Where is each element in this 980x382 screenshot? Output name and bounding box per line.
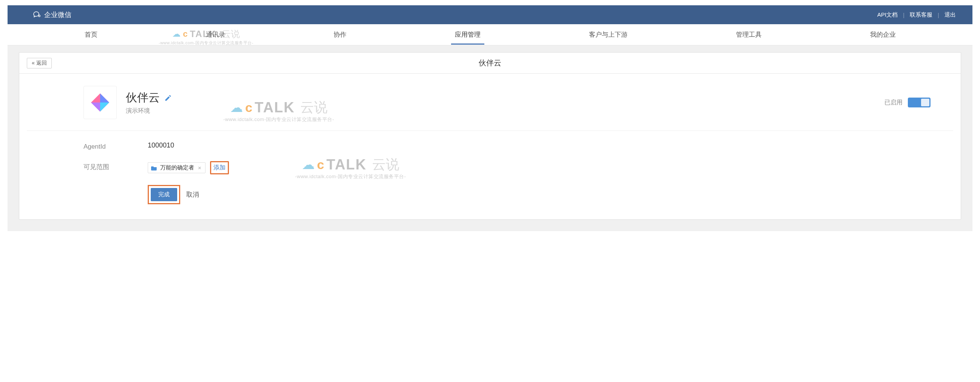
remove-tag-icon[interactable]: × <box>197 165 202 171</box>
brand-name: 企业微信 <box>44 10 72 19</box>
app-name: 伙伴云 <box>126 90 160 105</box>
done-highlight: 完成 <box>148 185 180 204</box>
wecom-logo-icon <box>32 10 41 19</box>
app-subtitle: 演示环境 <box>126 107 172 115</box>
form-actions: 完成 取消 <box>19 185 961 204</box>
back-button[interactable]: « 返回 <box>27 58 52 69</box>
enable-toggle[interactable] <box>908 97 931 107</box>
contact-support-link[interactable]: 联系客服 <box>904 11 938 19</box>
panel-header: « 返回 伙伴云 <box>19 53 961 74</box>
scope-tag-text: 万能的确定者 <box>160 164 194 171</box>
agent-id-value: 1000010 <box>148 141 174 149</box>
main-nav: 首页 通讯录 协作 应用管理 客户与上下游 管理工具 我的企业 <box>8 24 972 45</box>
field-agent-id: AgentId 1000010 <box>83 141 953 150</box>
nav-admin-tools[interactable]: 管理工具 <box>732 25 765 44</box>
app-logo <box>83 86 117 119</box>
nav-contacts[interactable]: 通讯录 <box>202 25 229 44</box>
brand: 企业微信 <box>32 10 72 19</box>
logout-link[interactable]: 退出 <box>939 11 961 19</box>
status-label: 已启用 <box>885 99 902 107</box>
app-status: 已启用 <box>885 97 946 107</box>
edit-app-name-icon[interactable] <box>164 94 172 102</box>
cancel-button[interactable]: 取消 <box>186 190 199 199</box>
svg-point-0 <box>38 15 40 17</box>
top-links: API文档 | 联系客服 | 退出 <box>872 11 961 19</box>
page-area: « 返回 伙伴云 伙伴云 演示环境 <box>8 45 972 231</box>
app-detail-panel: « 返回 伙伴云 伙伴云 演示环境 <box>19 52 961 220</box>
scope-tag: 万能的确定者 × <box>148 162 205 173</box>
nav-collaboration[interactable]: 协作 <box>330 25 350 44</box>
nav-app-management[interactable]: 应用管理 <box>451 25 484 44</box>
watermark: ☁c TALK 云说 -www.idctalk.com-国内专业云计算交流服务平… <box>223 100 334 123</box>
add-scope-button[interactable]: 添加 <box>210 161 229 174</box>
app-summary: 伙伴云 演示环境 ☁c TALK 云说 -www.idctalk.com-国内专… <box>27 74 953 131</box>
agent-id-label: AgentId <box>83 141 148 150</box>
nav-home[interactable]: 首页 <box>81 25 101 44</box>
app-meta: 伙伴云 演示环境 <box>126 90 172 115</box>
nav-my-company[interactable]: 我的企业 <box>866 25 899 44</box>
folder-icon <box>151 165 157 171</box>
field-scope: 可见范围 万能的确定者 × 添加 ☁c TALK <box>83 161 953 174</box>
api-docs-link[interactable]: API文档 <box>872 11 903 19</box>
done-button[interactable]: 完成 <box>151 188 177 201</box>
nav-customers[interactable]: 客户与上下游 <box>585 25 631 44</box>
scope-label: 可见范围 <box>83 161 148 171</box>
watermark: ☁c TALK 云说 -www.idctalk.com-国内专业云计算交流服务平… <box>295 157 406 180</box>
top-bar: 企业微信 API文档 | 联系客服 | 退出 <box>8 5 972 24</box>
panel-title: 伙伴云 <box>19 58 961 68</box>
fields: AgentId 1000010 可见范围 万能的确定者 × 添加 <box>19 131 961 174</box>
